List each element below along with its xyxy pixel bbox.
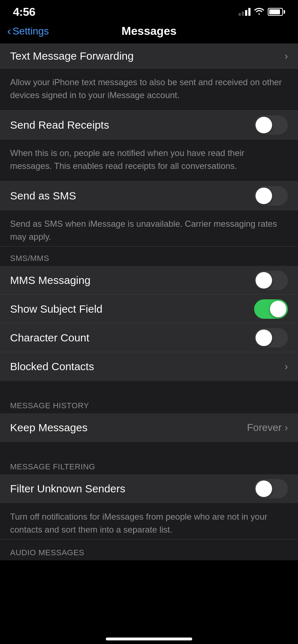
settings-content: Text Message Forwarding › Allow your iPh… — [0, 43, 298, 560]
blocked-contacts-row[interactable]: Blocked Contacts › — [0, 352, 298, 381]
sms-mms-section-header: SMS/MMS — [0, 247, 298, 266]
send-read-receipts-toggle[interactable] — [254, 115, 288, 135]
send-read-receipts-description: When this is on, people are notified whe… — [0, 139, 298, 181]
send-read-receipts-label: Send Read Receipts — [10, 119, 109, 131]
send-as-sms-description: Send as SMS when iMessage is unavailable… — [0, 210, 298, 247]
nav-bar: ‹ Settings Messages — [0, 22, 298, 43]
send-as-sms-label: Send as SMS — [10, 190, 76, 202]
filter-unknown-senders-toggle-thumb — [256, 480, 272, 497]
group-spacer-1 — [0, 381, 298, 394]
character-count-toggle-thumb — [256, 330, 272, 346]
blocked-contacts-chevron-icon: › — [285, 361, 288, 372]
character-count-row[interactable]: Character Count — [0, 323, 298, 352]
status-icons — [239, 7, 285, 17]
audio-messages-header-text: AUDIO MESSAGES — [10, 548, 84, 557]
filter-unknown-senders-label: Filter Unknown Senders — [10, 483, 125, 495]
character-count-label: Character Count — [10, 332, 89, 344]
send-as-sms-row[interactable]: Send as SMS — [0, 181, 298, 210]
battery-icon — [268, 8, 285, 16]
page-title: Messages — [122, 24, 177, 38]
back-chevron-icon: ‹ — [7, 24, 11, 38]
keep-messages-value: Forever › — [247, 422, 288, 433]
text-message-forwarding-label: Text Message Forwarding — [10, 50, 134, 62]
filter-unknown-senders-toggle[interactable] — [254, 479, 288, 498]
keep-messages-chevron-icon: › — [285, 422, 288, 433]
character-count-toggle[interactable] — [254, 328, 288, 348]
blocked-contacts-label: Blocked Contacts — [10, 360, 94, 373]
keep-messages-row[interactable]: Keep Messages Forever › — [0, 413, 298, 442]
message-filtering-section-header: MESSAGE FILTERING — [0, 455, 298, 474]
keep-messages-label: Keep Messages — [10, 422, 87, 434]
wifi-icon — [254, 7, 264, 17]
mms-messaging-toggle[interactable] — [254, 271, 288, 290]
group-spacer-2 — [0, 442, 298, 455]
send-as-sms-toggle[interactable] — [254, 186, 288, 206]
status-time: 4:56 — [13, 5, 35, 19]
send-as-sms-toggle-thumb — [256, 188, 272, 204]
text-message-forwarding-description: Allow your iPhone text messages to also … — [0, 69, 298, 111]
show-subject-field-toggle[interactable] — [254, 299, 288, 319]
message-history-header-text: MESSAGE HISTORY — [10, 401, 89, 410]
mms-messaging-row[interactable]: MMS Messaging — [0, 266, 298, 295]
show-subject-field-row[interactable]: Show Subject Field — [0, 295, 298, 323]
audio-messages-section-header: AUDIO MESSAGES — [0, 539, 298, 560]
text-message-forwarding-chevron-icon: › — [285, 50, 288, 62]
send-read-receipts-toggle-thumb — [256, 117, 272, 133]
status-bar: 4:56 — [0, 0, 298, 22]
mms-messaging-toggle-thumb — [256, 272, 272, 289]
show-subject-field-label: Show Subject Field — [10, 303, 103, 315]
signal-icon — [239, 8, 250, 16]
show-subject-field-toggle-thumb — [270, 301, 286, 317]
filter-unknown-senders-description: Turn off notifications for iMessages fro… — [0, 503, 298, 539]
back-button[interactable]: ‹ Settings — [7, 24, 49, 38]
message-history-section-header: MESSAGE HISTORY — [0, 394, 298, 413]
send-read-receipts-row[interactable]: Send Read Receipts — [0, 111, 298, 139]
text-message-forwarding-row[interactable]: Text Message Forwarding › — [0, 43, 298, 69]
home-indicator — [106, 638, 192, 640]
sms-mms-header-text: SMS/MMS — [10, 254, 49, 263]
back-label: Settings — [13, 26, 49, 37]
message-filtering-header-text: MESSAGE FILTERING — [10, 462, 95, 471]
filter-unknown-senders-row[interactable]: Filter Unknown Senders — [0, 474, 298, 503]
mms-messaging-label: MMS Messaging — [10, 274, 90, 286]
